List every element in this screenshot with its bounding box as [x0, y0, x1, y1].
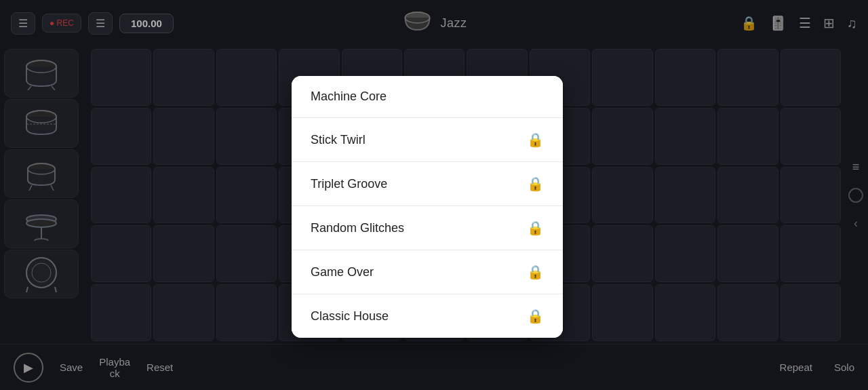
- lock-icon: 🔒: [527, 220, 544, 236]
- menu-item-random-glitches[interactable]: Random Glitches🔒: [292, 206, 563, 250]
- lock-icon: 🔒: [527, 132, 544, 148]
- dropdown-menu: Machine CoreStick Twirl🔒Triplet Groove🔒R…: [292, 76, 563, 338]
- menu-item-triplet-groove[interactable]: Triplet Groove🔒: [292, 162, 563, 206]
- menu-item-game-over[interactable]: Game Over🔒: [292, 250, 563, 294]
- menu-item-label: Classic House: [311, 309, 389, 324]
- menu-item-classic-house[interactable]: Classic House🔒: [292, 294, 563, 338]
- menu-item-label: Game Over: [311, 265, 374, 279]
- lock-icon: 🔒: [527, 308, 544, 324]
- menu-item-label: Machine Core: [311, 90, 387, 104]
- menu-item-machine-core[interactable]: Machine Core: [292, 76, 563, 118]
- lock-icon: 🔒: [527, 264, 544, 280]
- menu-item-label: Random Glitches: [311, 221, 404, 235]
- menu-item-stick-twirl[interactable]: Stick Twirl🔒: [292, 118, 563, 162]
- menu-item-label: Stick Twirl: [311, 133, 366, 147]
- menu-item-label: Triplet Groove: [311, 177, 387, 191]
- lock-icon: 🔒: [527, 176, 544, 192]
